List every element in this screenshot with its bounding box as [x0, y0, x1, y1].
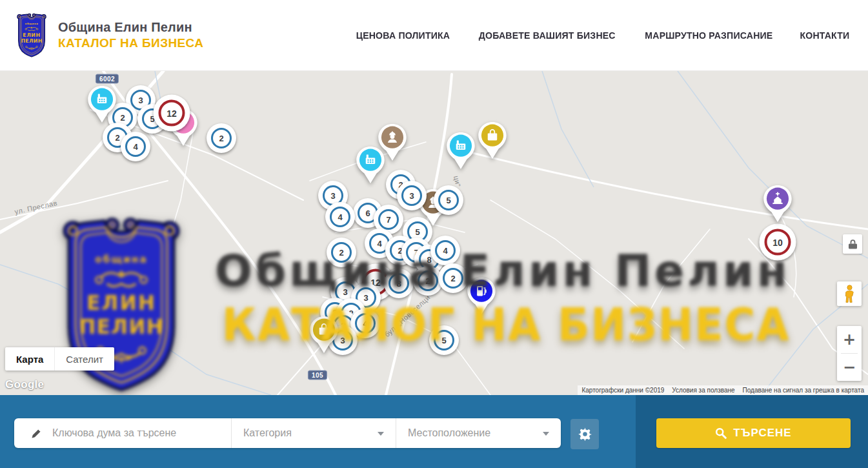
factory-map-pin[interactable]: [446, 132, 476, 173]
site-subtitle: КАТАЛОГ НА БИЗНЕСА: [58, 36, 203, 50]
map-cluster[interactable]: 10: [760, 224, 796, 261]
lock-icon: [849, 239, 857, 249]
fuel-map-pin[interactable]: [467, 277, 496, 318]
map-cluster[interactable]: 5: [429, 325, 459, 355]
map-cluster[interactable]: 8: [384, 269, 414, 298]
pegman-icon: [843, 284, 856, 303]
map-type-control: Карта Сателит: [5, 347, 114, 371]
factory-map-pin[interactable]: [356, 146, 385, 187]
map-cluster[interactable]: 3: [397, 181, 427, 210]
main-nav: ЦЕНОВА ПОЛИТИКА ДОБАВЕТЕ ВАШИЯТ БИЗНЕС М…: [353, 30, 851, 41]
search-button-label: ТЪРСЕНЕ: [733, 427, 791, 440]
search-icon: [715, 427, 727, 439]
map-type-map-button[interactable]: Карта: [5, 347, 54, 371]
nav-route-schedule[interactable]: МАРШРУТНО РАЗПИСАНИЕ: [645, 30, 773, 41]
route-number-badge: 6002: [96, 74, 119, 84]
municipality-crest-icon: община ЕЛИН ПЕЛИН: [14, 12, 49, 59]
map-cluster[interactable]: 4: [325, 202, 355, 232]
attribution-data: Картографски данни ©2019: [578, 385, 668, 395]
gear-icon: [578, 427, 592, 441]
zoom-control: + −: [837, 326, 862, 381]
svg-text:ПЕЛИН: ПЕЛИН: [21, 37, 42, 43]
map-cluster[interactable]: 2: [438, 263, 468, 293]
nav-pricing-policy[interactable]: ЦЕНОВА ПОЛИТИКА: [356, 30, 450, 41]
location-select[interactable]: Местоположение: [396, 418, 561, 448]
keyword-search-input[interactable]: [52, 427, 207, 439]
map-cluster[interactable]: 2: [207, 123, 236, 153]
map-cluster[interactable]: 5: [434, 185, 463, 215]
zoom-in-button[interactable]: +: [837, 326, 862, 353]
factory-map-pin[interactable]: [87, 85, 117, 127]
street-view-pegman-button[interactable]: [837, 281, 862, 306]
site-title: Община Елин Пелин: [58, 20, 203, 35]
map-cluster[interactable]: 12: [154, 95, 190, 132]
church-map-pin[interactable]: [763, 185, 792, 226]
google-logo[interactable]: Google: [5, 378, 44, 391]
lock-button[interactable]: [843, 234, 862, 254]
pencil-icon: [31, 428, 42, 439]
nav-add-your-business[interactable]: ДОБАВЕТЕ ВАШИЯТ БИЗНЕС: [479, 30, 616, 41]
attribution-report-link[interactable]: Подаване на сигнал за грешка в картата: [739, 385, 868, 395]
svg-text:ЕЛИН: ЕЛИН: [23, 32, 40, 37]
keyword-field[interactable]: [14, 418, 231, 448]
map-cluster[interactable]: 4: [430, 236, 460, 265]
map-type-satellite-button[interactable]: Сателит: [54, 347, 114, 371]
header: община ЕЛИН ПЕЛИН Община Елин Пелин КАТА…: [0, 0, 868, 71]
site-logo[interactable]: община ЕЛИН ПЕЛИН Община Елин Пелин КАТА…: [14, 12, 203, 59]
map-cluster[interactable]: 2: [327, 238, 356, 267]
location-select-label: Местоположение: [408, 427, 490, 439]
route-number-badge: 105: [308, 371, 327, 380]
category-select-label: Категория: [243, 427, 292, 439]
bag-map-pin[interactable]: [478, 121, 507, 163]
nav-contacts[interactable]: КОНТАКТИ: [800, 30, 850, 41]
advanced-settings-button[interactable]: [570, 419, 599, 449]
chevron-down-icon: [543, 432, 549, 436]
map-cluster[interactable]: 4: [121, 132, 150, 161]
map-attribution: Картографски данни ©2019 Условия за полз…: [578, 385, 868, 395]
category-select[interactable]: Категория: [231, 418, 396, 448]
zoom-out-button[interactable]: −: [837, 354, 862, 381]
attribution-terms-link[interactable]: Условия за ползване: [668, 385, 738, 395]
search-fieldbar: Категория Местоположение: [14, 418, 561, 448]
search-panel: Категория Местоположение ТЪРСЕНЕ: [0, 395, 868, 468]
bag-map-pin[interactable]: [309, 316, 339, 357]
search-button[interactable]: ТЪРСЕНЕ: [656, 418, 851, 448]
chevron-down-icon: [378, 432, 384, 436]
map-canvas[interactable]: ул. Преславбул. „Новоселци“ци“6002105 32…: [0, 71, 868, 395]
svg-text:община: община: [25, 22, 38, 25]
